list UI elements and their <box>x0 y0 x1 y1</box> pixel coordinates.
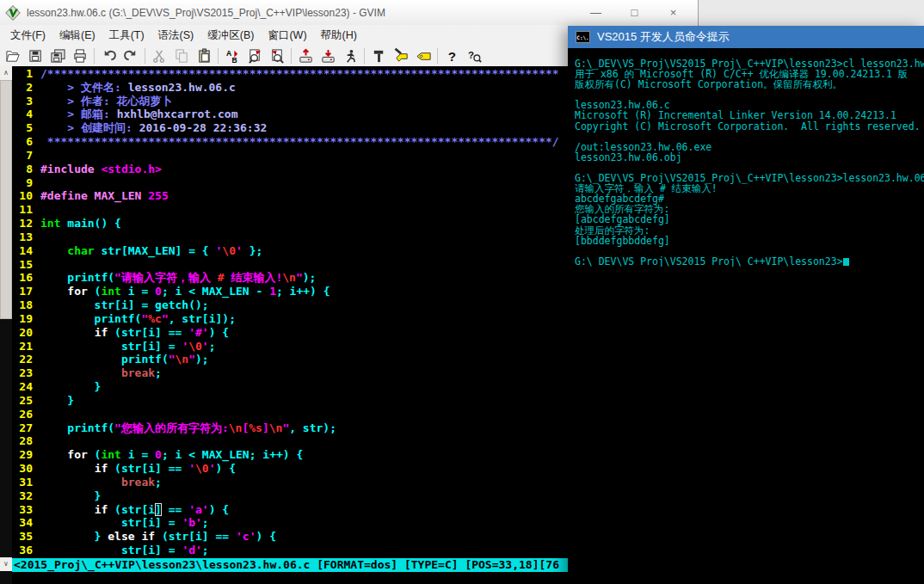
toolbar-save-session-button[interactable] <box>317 46 339 65</box>
code-text: for (int i = 0; i < MAX_LEN; i++) { <box>40 448 303 462</box>
toolbar-copy-button[interactable] <box>170 46 193 65</box>
line-number: 4 <box>12 108 33 121</box>
toolbar-tag-jump-button[interactable] <box>412 46 434 65</box>
toolbar-make-button[interactable] <box>367 46 390 65</box>
code-token: ) { <box>216 462 236 475</box>
code-token: if <box>95 462 108 475</box>
code-token: \0 <box>222 244 236 257</box>
toolbar-find-prev-button[interactable] <box>266 46 288 65</box>
line-number: 21 <box>12 340 33 353</box>
menu-tools[interactable]: 工具(T) <box>102 26 151 46</box>
save-all-icon <box>50 48 66 65</box>
code-token: printf( <box>40 312 141 325</box>
minimize-button[interactable]: — <box>576 0 615 25</box>
toolbar-run-ctags-button[interactable] <box>390 46 412 65</box>
code-token: ; <box>155 366 162 379</box>
toolbar-separator <box>145 48 145 64</box>
toolbar-find-next-button[interactable] <box>243 46 266 65</box>
line-number: 15 <box>12 258 33 272</box>
code-token: if <box>141 530 155 543</box>
toolbar-help-button[interactable]: ? <box>440 46 463 65</box>
toolbar-save-button[interactable] <box>24 46 46 65</box>
code-token: \n <box>269 421 283 434</box>
console-titlebar[interactable]: C:\. VS2015 开发人员命令提示 <box>568 26 924 48</box>
scrollbar-thumb[interactable] <box>0 80 12 319</box>
menu-file[interactable]: 文件(F) <box>3 26 52 46</box>
scroll-down-button[interactable]: ∨ <box>0 557 12 571</box>
toolbar-print-button[interactable] <box>69 46 91 65</box>
code-token: 0 <box>155 285 162 298</box>
code-token: == <box>162 503 188 516</box>
toolbar-find-help-button[interactable]: ? <box>463 46 485 65</box>
gvim-titlebar[interactable]: lesson23.hw.06.c (G:\_DEV\VS_Proj\VS2015… <box>0 0 698 25</box>
line-number: 28 <box>12 434 33 448</box>
toolbar-run-script-button[interactable] <box>339 46 361 65</box>
code-token: 'd' <box>182 544 201 556</box>
code-token: , str[i]); <box>169 312 236 325</box>
console-output[interactable]: G:\_DEV\VS_Proj\VS2015_Proj\_C++VIP\less… <box>568 48 924 267</box>
code-token: 'c' <box>236 530 256 543</box>
code-text: str[i] = 'd'; <box>40 544 209 557</box>
code-token: " <box>162 312 169 325</box>
line-number: 27 <box>12 421 33 435</box>
toolbar-undo-button[interactable] <box>97 46 120 65</box>
console-title: VS2015 开发人员命令提示 <box>597 29 730 45</box>
svg-text:A: A <box>225 48 231 57</box>
code-text: ****************************************… <box>40 135 559 149</box>
scroll-up-button[interactable]: ∧ <box>0 66 12 80</box>
code-text: printf("请输入字符，输入 # 结束输入!\n"); <box>40 271 316 285</box>
toolbar-cut-button[interactable] <box>148 46 170 65</box>
line-number: 9 <box>12 176 33 190</box>
cmd-icon: C:\. <box>576 31 590 43</box>
code-token <box>40 503 95 516</box>
menu-window[interactable]: 窗口(W) <box>261 26 313 46</box>
left-scrollbar[interactable]: ∧ ∨ <box>0 66 12 584</box>
code-token: " <box>296 271 303 284</box>
code-token: ; i++) { <box>276 285 330 298</box>
open-folder-icon <box>5 48 22 65</box>
line-number: 34 <box>12 516 33 530</box>
help-question-icon: ? <box>444 48 460 65</box>
line-number: 12 <box>12 217 33 231</box>
code-token: ) { <box>209 503 229 516</box>
console-line: lesson23.hw.06.obj <box>575 152 924 163</box>
code-token: '#' <box>188 326 208 339</box>
toolbar-open-button[interactable] <box>2 46 24 65</box>
toolbar-redo-button[interactable] <box>120 46 142 65</box>
toolbar-paste-button[interactable] <box>193 46 215 65</box>
code-text: break; <box>40 476 162 489</box>
line-number: 6 <box>12 135 33 149</box>
menu-help[interactable]: 帮助(H) <box>314 26 364 46</box>
console-line: [abcdefgabcdefg] <box>575 214 924 224</box>
menu-syntax[interactable]: 语法(S) <box>151 26 201 46</box>
code-text: str[i] = '\0'; <box>40 340 216 353</box>
code-text: if (str[i] == '\0') { <box>40 462 236 476</box>
code-token: > 创建时间: <box>40 121 139 134</box>
maximize-button[interactable]: □ <box>615 0 654 25</box>
line-number: 30 <box>12 462 33 476</box>
toolbar-replace-button[interactable]: AB <box>221 46 243 65</box>
console-line <box>575 132 924 142</box>
line-number: 3 <box>12 95 33 108</box>
code-token: > 文件名: <box>40 81 128 94</box>
hammer-icon <box>371 48 387 65</box>
line-number: 16 <box>12 271 33 285</box>
code-token: (str[i] == <box>155 530 236 543</box>
code-token: ); <box>195 353 209 366</box>
console-window[interactable]: C:\. VS2015 开发人员命令提示 G:\_DEV\VS_Proj\VS2… <box>568 26 924 584</box>
code-token: /***************************************… <box>40 67 559 80</box>
code-token: %s <box>249 421 262 434</box>
line-number: 29 <box>12 448 33 462</box>
menu-edit[interactable]: 编辑(E) <box>52 26 102 46</box>
console-line: Copyright (C) Microsoft Corporation. All… <box>575 121 924 132</box>
code-token: 255 <box>148 189 168 202</box>
replace-ab-icon: AB <box>225 48 241 65</box>
code-token: str[i] = <box>40 544 182 556</box>
console-line <box>575 246 924 256</box>
code-token: i = <box>121 285 155 298</box>
toolbar-save-all-button[interactable] <box>46 46 69 65</box>
menu-buffers[interactable]: 缓冲区(B) <box>200 26 261 46</box>
code-token: ; <box>209 340 216 353</box>
close-button[interactable]: × <box>654 0 693 25</box>
toolbar-load-session-button[interactable] <box>294 46 317 65</box>
